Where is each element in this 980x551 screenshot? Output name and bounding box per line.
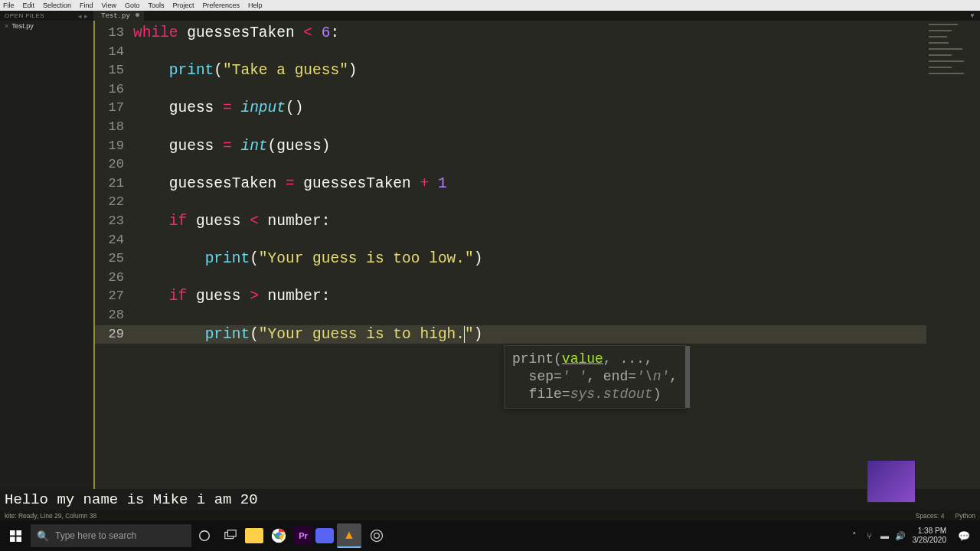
- menu-tools[interactable]: Tools: [148, 2, 164, 9]
- task-view-icon[interactable]: [217, 520, 243, 551]
- line-number-gutter: 1314151617181920212223242526272829: [95, 21, 130, 489]
- line-number: 21: [95, 174, 130, 194]
- search-placeholder: Type here to search: [55, 530, 136, 541]
- tooltip-scrollbar[interactable]: [685, 346, 690, 408]
- menu-edit[interactable]: Edit: [23, 2, 35, 9]
- status-left: kite: Ready, Line 29, Column 38: [5, 512, 96, 520]
- status-spaces[interactable]: Spaces: 4: [916, 512, 945, 520]
- status-language[interactable]: Python: [956, 512, 975, 520]
- svg-rect-6: [227, 530, 236, 536]
- code-line[interactable]: [130, 80, 926, 99]
- code-line[interactable]: [130, 43, 926, 62]
- sidebar-header: OPEN FILES ◂ ▸: [0, 11, 93, 21]
- main-area: × Test.py 131415161718192021222324252627…: [0, 21, 980, 489]
- tray-usb-icon[interactable]: ⑂: [862, 531, 877, 540]
- windows-logo-icon: [10, 530, 21, 542]
- taskbar-app-obs[interactable]: [364, 523, 389, 548]
- line-number: 25: [95, 249, 130, 269]
- menu-project[interactable]: Project: [172, 2, 194, 9]
- svg-point-4: [200, 531, 210, 541]
- line-number: 24: [95, 231, 130, 250]
- line-number: 13: [95, 24, 130, 43]
- tab-label: Test.py: [101, 12, 130, 20]
- taskbar-app-discord[interactable]: [315, 528, 334, 543]
- tab-strip: OPEN FILES ◂ ▸ Test.py ▼: [0, 11, 980, 21]
- line-number: 16: [95, 80, 130, 99]
- picture-in-picture-thumbnail[interactable]: [867, 460, 916, 503]
- code-line[interactable]: [130, 269, 926, 288]
- line-number: 19: [95, 137, 130, 156]
- windows-taskbar: 🔍 Type here to search Pr ▲ ˄ ⑂ ▬ 🔊 1:38 …: [0, 520, 980, 551]
- code-line[interactable]: [130, 118, 926, 137]
- editor[interactable]: 1314151617181920212223242526272829 while…: [95, 21, 980, 489]
- tab-dropdown-icon[interactable]: ▼: [965, 11, 980, 21]
- minimap[interactable]: [926, 21, 980, 489]
- svg-rect-3: [16, 536, 21, 542]
- code-line[interactable]: [130, 155, 926, 174]
- code-line[interactable]: [130, 306, 926, 325]
- sig-fn: print: [512, 351, 554, 367]
- menu-preferences[interactable]: Preferences: [202, 2, 240, 9]
- code-area[interactable]: while guessesTaken < 6: print("Take a gu…: [130, 21, 926, 489]
- status-bar: kite: Ready, Line 29, Column 38 Spaces: …: [0, 510, 980, 520]
- clock-date: 3/28/2020: [913, 536, 947, 545]
- cortana-icon[interactable]: [191, 520, 217, 551]
- code-line[interactable]: if guess < number:: [130, 212, 926, 231]
- file-name: Test.py: [11, 22, 34, 30]
- line-number: 14: [95, 43, 130, 62]
- build-output-panel: Hello my name is Mike i am 20: [0, 489, 980, 510]
- svg-rect-0: [10, 530, 15, 536]
- tab-nav-arrows[interactable]: ◂ ▸: [78, 12, 89, 20]
- tray-volume-icon[interactable]: 🔊: [893, 531, 908, 541]
- code-line[interactable]: print("Take a guess"): [130, 61, 926, 80]
- taskbar-app-chrome[interactable]: [266, 523, 291, 548]
- sig-param: value: [562, 351, 603, 367]
- svg-point-9: [371, 530, 383, 542]
- line-number: 28: [95, 306, 130, 325]
- menu-help[interactable]: Help: [248, 2, 263, 9]
- tab-test-py[interactable]: Test.py: [93, 11, 144, 21]
- tray-chevron-up-icon[interactable]: ˄: [847, 531, 862, 541]
- code-line[interactable]: print("Your guess is to high."): [130, 325, 926, 344]
- code-line[interactable]: guess = input(): [130, 99, 926, 118]
- svg-point-10: [374, 533, 380, 539]
- start-button[interactable]: [0, 520, 31, 551]
- line-number: 22: [95, 193, 130, 212]
- code-line[interactable]: guess = int(guess): [130, 137, 926, 156]
- menu-selection[interactable]: Selection: [43, 2, 71, 9]
- taskbar-app-sublime[interactable]: ▲: [337, 523, 361, 548]
- clock-time: 1:38 PM: [913, 527, 947, 536]
- line-number: 27: [95, 287, 130, 306]
- menu-file[interactable]: File: [3, 2, 15, 9]
- svg-rect-1: [16, 530, 21, 536]
- code-line[interactable]: if guess > number:: [130, 287, 926, 306]
- action-center-icon[interactable]: 💬: [951, 530, 977, 542]
- menu-view[interactable]: View: [102, 2, 116, 9]
- svg-rect-2: [10, 536, 15, 542]
- console-text: Hello my name is Mike i am 20: [5, 491, 258, 508]
- line-number: 23: [95, 212, 130, 231]
- menu-find[interactable]: Find: [80, 2, 93, 9]
- dirty-indicator-icon: [136, 13, 139, 17]
- taskbar-app-explorer[interactable]: [245, 528, 263, 543]
- code-line[interactable]: while guessesTaken < 6:: [130, 24, 926, 43]
- line-number: 17: [95, 99, 130, 118]
- signature-help-tooltip: print(value, ..., sep=' ', end='\n', fil…: [504, 345, 686, 409]
- taskbar-clock[interactable]: 1:38 PM 3/28/2020: [913, 527, 947, 545]
- open-file-item[interactable]: × Test.py: [0, 21, 93, 31]
- close-file-icon[interactable]: ×: [5, 22, 8, 30]
- code-line[interactable]: guessesTaken = guessesTaken + 1: [130, 174, 926, 194]
- code-line[interactable]: print("Your guess is too low."): [130, 249, 926, 269]
- code-line[interactable]: [130, 193, 926, 212]
- open-files-label: OPEN FILES: [5, 12, 44, 19]
- line-number: 18: [95, 118, 130, 137]
- search-icon: 🔍: [37, 530, 49, 542]
- code-line[interactable]: [130, 231, 926, 250]
- line-number: 26: [95, 269, 130, 288]
- tray-network-icon[interactable]: ▬: [877, 531, 893, 540]
- taskbar-search[interactable]: 🔍 Type here to search: [31, 524, 191, 547]
- taskbar-app-premiere[interactable]: Pr: [294, 527, 312, 545]
- menu-goto[interactable]: Goto: [125, 2, 140, 9]
- system-tray: ˄ ⑂ ▬ 🔊 1:38 PM 3/28/2020 💬: [847, 527, 981, 545]
- menu-bar: File Edit Selection Find View Goto Tools…: [0, 0, 980, 11]
